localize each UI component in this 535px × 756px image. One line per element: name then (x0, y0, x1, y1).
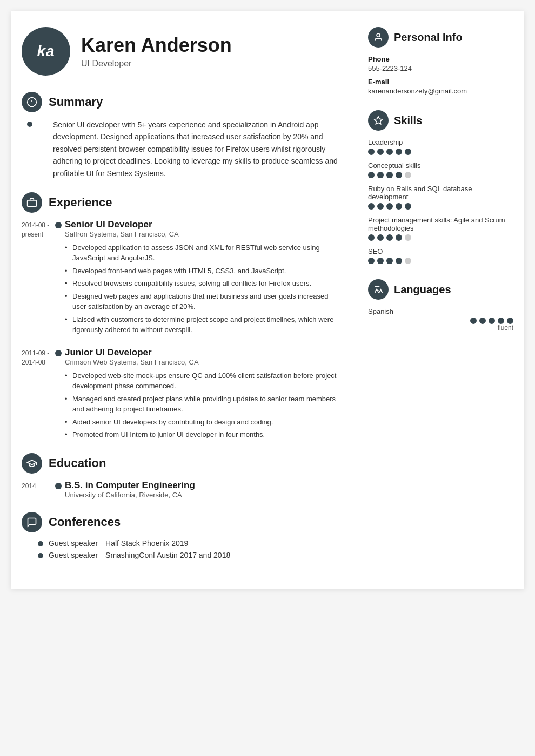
education-header: Education (22, 453, 340, 474)
skill-item-1: Conceptual skills (368, 161, 513, 178)
skill-dot-4-3 (396, 258, 402, 264)
languages-list: Spanishfluent (368, 307, 513, 332)
skill-name-3: Project management skills: Agile and Scr… (368, 216, 513, 232)
skill-dot-4-4 (405, 258, 411, 264)
avatar-initials: ka (37, 43, 55, 60)
skill-dot-1-0 (368, 172, 374, 178)
job-2-bullet-3: Aided senior UI developers by contributi… (65, 417, 340, 428)
candidate-name: Karen Anderson (81, 34, 232, 57)
skill-dots-0 (368, 148, 513, 155)
experience-header: Experience (22, 192, 340, 213)
lang-level-0: fluent (368, 324, 513, 332)
job-2-dot (55, 350, 62, 356)
skill-dot-0-1 (377, 148, 384, 155)
skill-item-2: Ruby on Rails and SQL database developme… (368, 185, 513, 210)
personal-info-title: Personal Info (394, 31, 463, 44)
job-2-bullets: Developed web-site mock-ups ensure QC an… (65, 370, 340, 440)
edu-1: 2014 B.S. in Computer Engineering Univer… (65, 480, 340, 499)
skill-dot-3-1 (377, 234, 384, 241)
phone-value: 555-2223-124 (368, 64, 513, 72)
summary-content: Senior UI developer with 5+ years experi… (22, 119, 340, 179)
skill-dot-1-1 (377, 172, 384, 178)
conferences-icon (22, 512, 42, 532)
conf-item-1: Guest speaker—Half Stack Phoenix 2019 (38, 539, 340, 548)
lang-dot-0-0 (470, 318, 477, 324)
experience-title: Experience (49, 195, 112, 210)
skill-dots-2 (368, 203, 513, 210)
job-1-bullet-2: Developed front-end web pages with HTML5… (65, 266, 340, 276)
email-value: karenandersonzety@gmail.com (368, 87, 513, 95)
skills-section: Skills LeadershipConceptual skillsRuby o… (368, 110, 513, 264)
skill-dot-0-3 (396, 148, 402, 155)
conf-item-2: Guest speaker—SmashingConf Austin 2017 a… (38, 551, 340, 559)
job-2-title: Junior UI Developer (65, 347, 340, 358)
svg-rect-3 (28, 200, 37, 207)
job-2: 2011-09 - 2014-08 Junior UI Developer Cr… (65, 347, 340, 440)
resume-wrapper: ka Karen Anderson UI Developer Summary (11, 11, 524, 589)
lang-item-0: Spanishfluent (368, 307, 513, 332)
job-2-company: Crimson Web Systems, San Francisco, CA (65, 358, 340, 366)
skill-dot-2-3 (396, 203, 402, 210)
personal-info-icon (368, 27, 389, 48)
skills-icon (368, 110, 389, 131)
summary-header: Summary (22, 92, 340, 112)
job-2-bullet-2: Managed and created project plans while … (65, 394, 340, 415)
skills-header: Skills (368, 110, 513, 131)
header-info: Karen Anderson UI Developer (81, 34, 232, 69)
lang-name-0: Spanish (368, 307, 513, 315)
job-1-company: Saffron Systems, San Francisco, CA (65, 230, 340, 238)
summary-text: Senior UI developer with 5+ years experi… (37, 119, 340, 179)
skill-name-0: Leadership (368, 138, 513, 146)
education-icon (22, 453, 42, 474)
candidate-title: UI Developer (81, 59, 232, 69)
languages-section: Languages Spanishfluent (368, 279, 513, 332)
lang-dot-0-3 (498, 318, 504, 324)
header: ka Karen Anderson UI Developer (22, 27, 340, 76)
languages-icon (368, 279, 389, 300)
experience-timeline: 2014-08 - present Senior UI Developer Sa… (22, 219, 340, 440)
skill-name-4: SEO (368, 247, 513, 255)
job-1-bullet-4: Designed web pages and applications that… (65, 291, 340, 312)
skill-dot-3-3 (396, 234, 402, 241)
summary-bullet-dot (27, 122, 32, 127)
avatar: ka (22, 27, 70, 76)
education-section: Education 2014 B.S. in Computer Engineer… (22, 453, 340, 499)
skill-dot-0-4 (405, 148, 411, 155)
skill-name-2: Ruby on Rails and SQL database developme… (368, 185, 513, 201)
skill-dot-2-4 (405, 203, 411, 210)
skill-dot-1-3 (396, 172, 402, 178)
left-column: ka Karen Anderson UI Developer Summary (11, 11, 357, 589)
conferences-list: Guest speaker—Half Stack Phoenix 2019 Gu… (22, 539, 340, 559)
skill-dot-0-0 (368, 148, 374, 155)
job-1: 2014-08 - present Senior UI Developer Sa… (65, 219, 340, 335)
job-1-bullet-1: Developed application to assess JSON and… (65, 242, 340, 264)
lang-dot-0-1 (479, 318, 486, 324)
skill-dot-0-2 (386, 148, 393, 155)
job-1-dot (55, 222, 62, 228)
skills-title: Skills (394, 114, 422, 127)
skill-dots-3 (368, 234, 513, 241)
lang-dot-0-2 (489, 318, 495, 324)
lang-dots-row-0 (368, 318, 513, 324)
personal-info-header: Personal Info (368, 27, 513, 48)
job-1-date: 2014-08 - present (22, 221, 59, 239)
skill-dot-3-4 (405, 234, 411, 241)
skill-dot-1-2 (386, 172, 393, 178)
phone-label: Phone (368, 55, 513, 63)
skill-dot-2-1 (377, 203, 384, 210)
skill-dots-4 (368, 258, 513, 264)
edu-1-school: University of California, Riverside, CA (65, 491, 340, 499)
skill-item-0: Leadership (368, 138, 513, 155)
languages-header: Languages (368, 279, 513, 300)
edu-1-degree: B.S. in Computer Engineering (65, 480, 340, 491)
conferences-header: Conferences (22, 512, 340, 532)
experience-icon (22, 192, 42, 213)
languages-title: Languages (394, 284, 451, 296)
skill-dot-3-2 (386, 234, 393, 241)
edu-1-dot (55, 483, 62, 489)
lang-dot-0-4 (507, 318, 513, 324)
experience-section: Experience 2014-08 - present Senior UI D… (22, 192, 340, 440)
skill-name-1: Conceptual skills (368, 161, 513, 170)
skill-dot-4-2 (386, 258, 393, 264)
skill-dot-1-4 (405, 172, 411, 178)
